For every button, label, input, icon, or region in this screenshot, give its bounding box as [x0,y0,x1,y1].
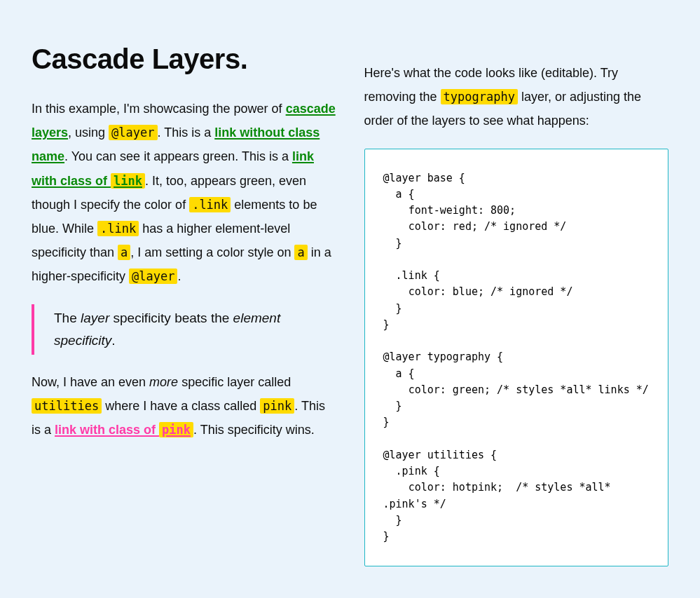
code-pink: pink [260,398,294,414]
right-column: Here's what the code looks like (editabl… [364,42,669,566]
text: where I have a class called [102,399,260,413]
paragraph-intro: In this example, I'm showcasing the powe… [32,97,336,289]
text: Now, I have an even [32,375,149,389]
page: Cascade Layers. In this example, I'm sho… [0,0,700,598]
text: . This is a [158,125,215,140]
code-typography: typography [441,89,518,104]
text: , using [68,125,109,140]
text: . [177,269,181,283]
code-pink-class: pink [159,422,193,437]
code-utilities: utilities [32,398,102,414]
emphasis-layer: layer [81,311,109,325]
code-intro: Here's what the code looks like (editabl… [364,61,669,133]
blockquote: The layer specificity beats the element … [32,304,336,355]
text: . [111,333,115,348]
css-code-editor[interactable]: @layer base { a { font-weight: 800; colo… [364,149,669,567]
text: specificity beats the [109,311,233,325]
text: . This specificity wins. [193,423,315,437]
code-a-tag: a [118,245,130,260]
link-text-prefix: link with class of [55,423,159,437]
code-dot-link: .link [189,197,231,212]
code-dot-link: .link [97,221,139,236]
code-layer: @layer [109,125,157,140]
text: The [54,311,81,325]
paragraph-utilities: Now, I have an even more specific layer … [32,370,336,442]
code-a-tag: a [294,245,307,260]
text: . You can see it appears green. This is … [64,149,292,163]
left-column: Cascade Layers. In this example, I'm sho… [32,42,336,566]
text: , I am setting a color style on [130,245,294,259]
code-layer: @layer [129,269,177,284]
link-with-class-pink[interactable]: link with class of pink [55,422,193,437]
code-link-class: link [111,173,145,189]
page-title: Cascade Layers. [32,42,336,76]
emphasis-more: more [149,375,178,389]
text: specific layer called [178,375,291,389]
text: In this example, I'm showcasing the powe… [32,102,286,116]
